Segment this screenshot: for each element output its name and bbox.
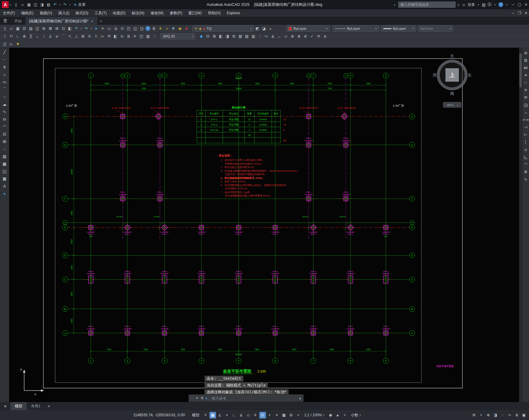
search-history-caret-icon[interactable]: ▸ <box>393 3 396 6</box>
command-customize-icon[interactable]: ⚙ <box>201 396 204 400</box>
pan-icon[interactable]: ✛ <box>100 26 106 32</box>
ortho-icon[interactable]: ∟ <box>231 412 237 418</box>
close-icon[interactable]: ✕ <box>523 2 529 8</box>
linetype-dropdown[interactable]: ByLayer ▾ <box>333 25 379 32</box>
layer-lock-icon[interactable]: ◉ <box>177 26 183 32</box>
command-drag-grip[interactable]: ∷ <box>191 396 193 400</box>
menu-item-format[interactable]: 格式(O) <box>73 9 91 17</box>
steel-column-icon[interactable]: ⊓ <box>8 33 14 39</box>
hatch-tool-icon[interactable]: ▨ <box>145 33 151 39</box>
annotation-autoscale-icon[interactable]: ▲ <box>334 412 341 418</box>
command-close-icon[interactable]: ✕ <box>196 396 198 400</box>
copy-icon[interactable]: ⧉ <box>522 57 529 64</box>
filter-icon[interactable]: ▼ <box>15 41 21 47</box>
table-icon[interactable]: ▦ <box>1 175 8 182</box>
divide-icon[interactable]: ∺ <box>263 33 269 39</box>
object-snap-tracking-icon[interactable]: ✛ <box>252 412 259 418</box>
rectangle-tool-icon[interactable]: ▭ <box>99 33 105 39</box>
autodesk-access-icon[interactable]: Ⓐ <box>487 2 492 7</box>
grid-bubble[interactable]: 8 <box>348 73 353 78</box>
break-icon[interactable]: ╎ <box>522 139 529 145</box>
match-properties-icon[interactable]: ◧ <box>67 26 73 32</box>
spline-icon[interactable]: ∿ <box>1 108 8 115</box>
customize-icon[interactable]: ≣ <box>514 412 520 418</box>
grid-bubble[interactable]: 2 <box>125 73 130 78</box>
cad-drawing[interactable]: 1122334455667788991/21/31/61/7HHGGFF1/E1… <box>9 48 476 402</box>
viewport-scale-button[interactable]: 1:1 / 100%▾ <box>302 413 326 417</box>
grid-bubble[interactable]: 1/E <box>410 220 414 225</box>
group-icon[interactable]: ⧈ <box>322 33 328 39</box>
scrollbar-thumb[interactable] <box>519 53 522 87</box>
measure-icon[interactable]: ∡ <box>270 33 276 39</box>
transparency-icon[interactable]: ▩ <box>281 412 287 418</box>
grid-bubble[interactable]: H <box>63 114 68 119</box>
menu-item-file[interactable]: 文件(F) <box>0 9 18 17</box>
share-button[interactable]: ➤ 共享 <box>74 2 86 7</box>
move-icon[interactable]: ✛ <box>522 87 529 93</box>
graphics-performance-icon[interactable]: ∿ <box>506 412 513 418</box>
undo-icon[interactable]: ↶ <box>73 26 79 32</box>
menu-item-dimension[interactable]: 标注(N) <box>129 9 147 17</box>
grid-bubble[interactable]: E <box>63 225 68 230</box>
hatch-icon[interactable]: ▨ <box>1 153 8 160</box>
rectangle-icon[interactable]: ▭ <box>1 79 8 85</box>
grid-bubble[interactable]: G <box>63 142 68 148</box>
grid-icon[interactable]: # <box>202 412 209 418</box>
image-attach-icon[interactable]: ▨ <box>237 33 243 39</box>
polygon-icon[interactable]: ⌂ <box>1 71 8 78</box>
move-tool-icon[interactable]: ✛ <box>132 33 138 39</box>
offset-icon[interactable]: ≡ <box>522 72 529 78</box>
layer-color-icon[interactable]: ■ <box>183 26 189 32</box>
app-menu-caret-icon[interactable]: ▾ <box>9 3 12 6</box>
pile-cap[interactable]: 1xZH400ZT4-1 <box>305 222 321 235</box>
maximize-icon[interactable]: ▢ <box>517 2 522 8</box>
save-file-icon[interactable]: ▦ <box>15 26 21 32</box>
mtext-icon[interactable]: A <box>86 33 92 39</box>
pile-cap[interactable]: ZT4-11xZH400 <box>152 191 168 204</box>
grid-bubble[interactable]: B <box>63 306 68 312</box>
dim-angular-icon[interactable]: ∠ <box>47 33 53 39</box>
layer-previous-icon[interactable]: ◒ <box>267 26 273 32</box>
undo-caret-icon[interactable]: ▾ <box>59 2 61 8</box>
region-icon[interactable]: ◱ <box>1 168 8 175</box>
grid-bubble[interactable]: B <box>410 306 415 312</box>
grid-bubble[interactable]: 1 <box>88 358 94 364</box>
paper-frame[interactable] <box>43 59 462 388</box>
pile-cap[interactable]: ZT4-11xZH400 <box>231 325 247 338</box>
pile-cap[interactable]: 1xZH400ZT4-1 <box>378 222 394 235</box>
grid-bubble[interactable]: 1/3 <box>158 73 162 78</box>
redo-caret-icon[interactable]: ▾ <box>90 26 93 32</box>
erase-icon[interactable]: ⊘ <box>522 50 529 56</box>
layout1-tab[interactable]: 布局1 <box>27 402 45 410</box>
pile-cap[interactable]: ZT4-11xZH400 <box>378 325 394 338</box>
steel-beam-icon[interactable]: ⌶ <box>2 33 8 39</box>
menu-item-draw[interactable]: 绘图(D) <box>110 9 128 17</box>
menu-item-insert[interactable]: 插入(I) <box>55 9 72 17</box>
login-button[interactable]: 登录 <box>468 2 475 7</box>
insert-block-icon[interactable]: ⊡ <box>1 131 8 137</box>
redo-icon[interactable]: ↷ <box>83 26 89 32</box>
rotate-icon[interactable]: ⟳ <box>522 94 529 101</box>
menu-item-edit[interactable]: 编辑(E) <box>18 9 36 17</box>
ellipse-icon[interactable]: ⊖ <box>1 116 8 122</box>
plot-icon[interactable]: ▤ <box>46 2 51 8</box>
new-tab-button[interactable]: + <box>97 17 105 25</box>
dim-arc-icon[interactable]: ⌒ <box>60 33 66 39</box>
grid-bubble[interactable]: F <box>410 196 415 201</box>
annotation-visibility-icon[interactable]: ◉ <box>327 412 334 418</box>
menu-item-express[interactable]: Express <box>224 9 243 17</box>
isodraft-icon[interactable]: ◇ <box>245 412 252 418</box>
create-block-icon[interactable]: ⊞ <box>211 33 217 39</box>
audit-icon[interactable]: ✓ <box>309 33 315 39</box>
statistics-table[interactable]: 承台统计表序号承台编号承台做法数量对应桩编号备注1ZT4-1详见详图22ZH40… <box>197 106 286 143</box>
multiline-text-icon[interactable]: A <box>1 183 8 189</box>
explode-icon[interactable]: ✲ <box>522 169 529 175</box>
write-block-icon[interactable]: ◨ <box>224 33 230 39</box>
dwf-attach-icon[interactable]: ▥ <box>250 33 256 39</box>
grid-bubble[interactable]: A <box>63 330 68 336</box>
command-recent-caret-icon[interactable]: ▴ <box>299 396 301 400</box>
pile-cap[interactable]: 1xZH400ZT4-1 <box>267 222 283 235</box>
file-tabs-menu-icon[interactable]: ☰ <box>0 17 11 25</box>
leader-icon[interactable]: ↖ <box>67 33 73 39</box>
render-icon[interactable]: ◫ <box>2 41 8 47</box>
